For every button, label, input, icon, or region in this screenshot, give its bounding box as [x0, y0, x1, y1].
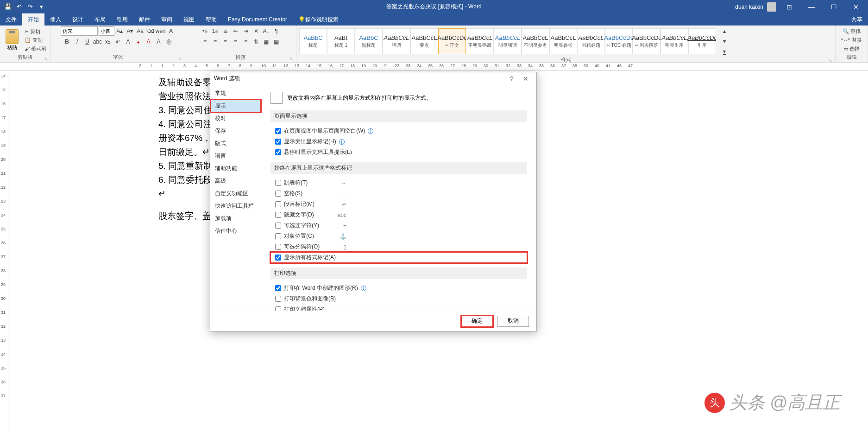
enclose-icon[interactable]: ㊕ [164, 37, 174, 46]
menu-review[interactable]: 审阅 [156, 13, 178, 25]
save-icon[interactable]: 💾 [3, 2, 13, 12]
grow-font-icon[interactable]: A▴ [115, 26, 125, 36]
cut-button[interactable]: ✂ 剪切 [23, 28, 48, 36]
numbering-icon[interactable]: 1≡ [211, 26, 220, 36]
menu-insert[interactable]: 插入 [44, 13, 67, 25]
menu-edc[interactable]: Easy Document Creator [222, 13, 293, 25]
style-item[interactable]: AaBbCcDc↵ 列表段落 [633, 28, 660, 54]
info-icon[interactable]: i [368, 128, 373, 134]
menu-layout[interactable]: 布局 [89, 13, 111, 25]
checkbox[interactable] [275, 255, 281, 261]
menu-share[interactable]: 共享 [846, 13, 868, 25]
char-border-icon[interactable]: A̲ [166, 26, 176, 36]
checkbox[interactable] [275, 191, 281, 197]
styles-gallery[interactable]: AaBbC标题AaBt标题 1AaBbC副标题AaBbCcL强调AaBbCcL要… [299, 28, 716, 54]
format-painter-button[interactable]: 🖌 格式刷 [23, 45, 48, 52]
ok-button[interactable]: 确定 [461, 316, 493, 327]
ruler-horizontal[interactable]: 2112345678910111213141516171819202122232… [0, 63, 868, 71]
checkbox[interactable] [275, 180, 281, 186]
text-effects-icon[interactable]: A [124, 37, 133, 46]
dialog-nav-item[interactable]: 辅助功能 [210, 162, 261, 175]
option-row[interactable]: 打印背景色和图像(B) [270, 293, 527, 304]
info-icon[interactable]: i [361, 286, 366, 291]
font-size-combo[interactable]: 小四 [99, 26, 114, 36]
style-item[interactable]: AaBbCcDc↵ TOC 标题 [605, 28, 633, 54]
option-row[interactable]: 打印文档属性(P) [270, 304, 527, 311]
option-row[interactable]: 显示突出显示标记(H)i [270, 136, 527, 147]
paste-button[interactable]: 粘贴 [3, 28, 21, 52]
italic-icon[interactable]: I [73, 37, 82, 46]
strike-icon[interactable]: abc [93, 37, 102, 46]
align-center-icon[interactable]: ≡ [211, 37, 220, 46]
minimize-icon[interactable]: — [802, 0, 821, 13]
font-color-icon[interactable]: A [144, 37, 153, 46]
redo-icon[interactable]: ↷ [25, 2, 35, 12]
find-button[interactable]: 🔍 查找 [842, 27, 862, 35]
option-row[interactable]: 打印在 Word 中创建的图形(R)i [270, 283, 527, 293]
option-row[interactable]: 显示所有格式标记(A) [270, 252, 527, 263]
dialog-nav-item[interactable]: 常规 [210, 87, 261, 100]
option-row[interactable]: 对象位置(C)⚓ [270, 231, 527, 242]
dialog-nav-item[interactable]: 保存 [210, 125, 261, 137]
option-row[interactable]: 在页面视图中显示页面间空白(W)i [270, 126, 527, 136]
show-marks-icon[interactable]: ¶ [272, 26, 281, 36]
shrink-font-icon[interactable]: A▾ [126, 26, 135, 36]
replace-button[interactable]: ᵃ↔ᵇ 替换 [840, 36, 863, 44]
style-item[interactable]: AaBbCcL明显强调 [494, 28, 522, 54]
style-item[interactable]: AaBbCcL要点 [410, 28, 438, 54]
ribbon-options-icon[interactable]: ⊡ [780, 0, 799, 13]
select-button[interactable]: ▭ 选择 [843, 45, 861, 53]
tell-me[interactable]: 💡 操作说明搜索 [293, 13, 344, 25]
option-row[interactable]: 可选连字符(Y)¬ [270, 220, 527, 231]
checkbox[interactable] [275, 201, 281, 207]
borders-icon[interactable]: ▦ [272, 37, 281, 46]
asian-layout-icon[interactable]: ✕ [252, 26, 261, 36]
style-item[interactable]: AaBbCcL强调 [383, 28, 410, 54]
close-icon[interactable]: ✕ [847, 0, 865, 13]
subscript-icon[interactable]: x₂ [103, 37, 113, 46]
style-item[interactable]: AaBbCcL不明显强调 [466, 28, 494, 54]
undo-icon[interactable]: ↶ [14, 2, 24, 12]
option-row[interactable]: 隐藏文字(D)abc [270, 210, 527, 220]
menu-file[interactable]: 文件 [0, 13, 22, 25]
paragraph-launcher-icon[interactable]: ⤡ [289, 57, 293, 61]
checkbox[interactable] [275, 149, 281, 155]
sort-icon[interactable]: A↓ [262, 26, 271, 36]
menu-home[interactable]: 开始 [22, 13, 44, 25]
style-item[interactable]: AaBbCcL不明显参考 [522, 28, 549, 54]
option-row[interactable]: 空格(S)··· [270, 188, 527, 199]
shading-icon[interactable]: ▦ [262, 37, 271, 46]
bullets-icon[interactable]: •≡ [201, 26, 210, 36]
highlight-icon[interactable]: ⬥ [134, 37, 143, 46]
option-row[interactable]: 制表符(T)→ [270, 178, 527, 188]
dialog-nav-item[interactable]: 快速访问工具栏 [210, 200, 261, 212]
clear-format-icon[interactable]: ⌫ [146, 26, 155, 36]
styles-down-icon[interactable]: ▾ [720, 37, 729, 46]
change-case-icon[interactable]: Aa [136, 26, 145, 36]
menu-view[interactable]: 视图 [178, 13, 200, 25]
menu-help[interactable]: 帮助 [200, 13, 222, 25]
checkbox[interactable] [275, 212, 281, 218]
styles-up-icon[interactable]: ▴ [720, 26, 729, 36]
align-right-icon[interactable]: ≡ [221, 37, 230, 46]
phonetic-icon[interactable]: wén [156, 26, 165, 36]
style-item[interactable]: AaBbC副标题 [355, 28, 383, 54]
checkbox[interactable] [275, 223, 281, 229]
style-item[interactable]: AaBbCcL明显参考 [549, 28, 577, 54]
styles-more-icon[interactable]: ▾̲ [720, 47, 729, 56]
checkbox[interactable] [275, 128, 281, 134]
avatar[interactable] [767, 2, 776, 12]
dialog-nav-item[interactable]: 信任中心 [210, 225, 261, 237]
dialog-nav-item[interactable]: 校对 [210, 112, 261, 125]
font-name-combo[interactable]: 仿宋 [61, 26, 98, 36]
option-row[interactable]: 段落标记(M)↵ [270, 199, 527, 210]
checkbox[interactable] [275, 285, 281, 291]
menu-references[interactable]: 引用 [111, 13, 133, 25]
cancel-button[interactable]: 取消 [497, 316, 529, 327]
checkbox[interactable] [275, 306, 281, 311]
dialog-nav-item[interactable]: 自定义功能区 [210, 187, 261, 200]
align-left-icon[interactable]: ≡ [201, 37, 210, 46]
style-item[interactable]: AaBbCcDc引用 [688, 28, 716, 54]
indent-dec-icon[interactable]: ⇤ [231, 26, 240, 36]
menu-design[interactable]: 设计 [67, 13, 89, 25]
